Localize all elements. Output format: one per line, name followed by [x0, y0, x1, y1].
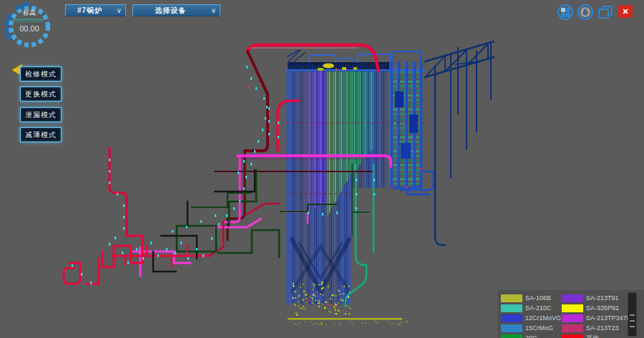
mode-button-3[interactable]: 减薄模式	[20, 127, 62, 142]
elevation-gauge: 标高 00.00	[1, 1, 57, 56]
chevron-down-icon: ∨	[114, 6, 125, 14]
legend-swatch	[501, 314, 522, 322]
legend-swatch	[562, 294, 583, 302]
legend-row-left-0: SA-106B	[501, 294, 551, 302]
close-icon: ✕	[622, 7, 628, 16]
legend-scrollbar[interactable]	[628, 292, 637, 337]
legend-row-right-0: SA-213T91	[562, 294, 619, 302]
legend-label: SA-106B	[525, 294, 551, 302]
legend-swatch	[562, 324, 583, 332]
legend-label: 20G	[525, 334, 537, 338]
legend-row-right-3: SA-213T23	[562, 324, 619, 332]
grid-view-button[interactable]	[557, 4, 573, 20]
gauge-label: 标高	[22, 9, 36, 16]
material-legend: SA-106BSA-210C12Cr1MoVG15CrMoG20GSA-213T…	[497, 290, 644, 338]
gauge-value: 00.00	[19, 24, 39, 33]
legend-label: SA-213TP347H	[586, 314, 631, 322]
legend-row-right-1: SA-335P91	[562, 304, 619, 312]
legend-label: 12Cr1MoVG	[525, 314, 561, 322]
mode-button-1[interactable]: 更换模式	[20, 86, 62, 101]
legend-swatch	[562, 304, 583, 312]
red-steam-pipes	[109, 45, 379, 240]
legend-row-left-2: 12Cr1MoVG	[501, 314, 561, 322]
boiler-select-value: #7锅炉	[66, 6, 114, 16]
legend-row-left-4: 20G	[501, 334, 537, 338]
device-select[interactable]: 选择设备 ∨	[132, 4, 220, 16]
legend-label: SA-210C	[525, 304, 552, 312]
grid-view-icon	[561, 8, 570, 17]
legend-label: SA-213T91	[586, 294, 619, 302]
boiler-drum	[286, 50, 425, 71]
device-select-value: 选择设备	[133, 6, 208, 16]
legend-swatch	[501, 334, 522, 338]
gauge-divider2	[12, 21, 44, 22]
legend-label: 15CrMoG	[525, 324, 553, 332]
boiler-3d-model[interactable]	[0, 0, 644, 338]
legend-swatch	[562, 334, 583, 338]
chevron-down-icon: ∨	[208, 6, 220, 14]
legend-label: 其他	[586, 334, 599, 338]
mode-button-0[interactable]: 检修模式	[20, 66, 62, 81]
app-window: 标高 00.00 #7锅炉 ∨ 选择设备 ∨ ✕ 检修模式更换模式泄漏模式	[0, 0, 644, 338]
gauge-divider	[12, 19, 44, 20]
legend-swatch	[501, 324, 522, 332]
gauge-outer-arc	[6, 14, 11, 40]
mode-button-2[interactable]: 泄漏模式	[20, 107, 62, 122]
support-truss	[425, 41, 494, 245]
legend-row-left-3: 15CrMoG	[501, 324, 553, 332]
legend-swatch	[501, 304, 522, 312]
overlap-windows-icon	[597, 5, 613, 19]
legend-row-right-4: 其他	[562, 334, 599, 338]
boiler-select[interactable]: #7锅炉 ∨	[65, 4, 126, 16]
legend-swatch	[501, 294, 522, 302]
droplet-button[interactable]	[577, 4, 593, 20]
legend-row-left-1: SA-210C	[501, 304, 552, 312]
overlap-windows-button[interactable]	[597, 5, 613, 19]
legend-swatch	[562, 314, 583, 322]
close-button[interactable]: ✕	[618, 5, 633, 18]
droplet-icon	[580, 6, 591, 18]
legend-row-right-2: SA-213TP347H	[562, 314, 631, 322]
legend-label: SA-213T23	[586, 324, 619, 332]
legend-label: SA-335P91	[586, 304, 619, 312]
